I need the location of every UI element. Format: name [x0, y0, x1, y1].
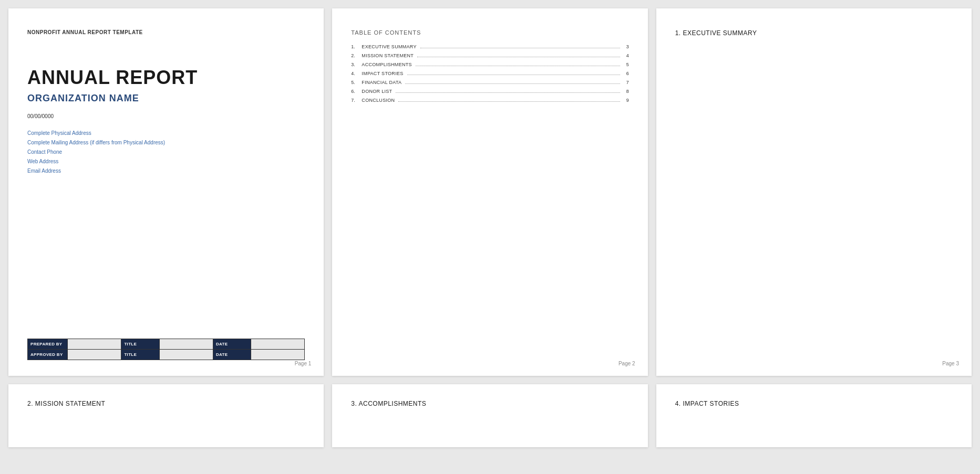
address-line-5: Email Address — [27, 166, 305, 176]
page-2: TABLE OF CONTENTS 1. EXECUTIVE SUMMARY 3… — [332, 8, 647, 376]
date-label-1: DATE — [213, 339, 251, 350]
title-label-1: TITLE — [121, 339, 160, 350]
address-line-4: Web Address — [27, 157, 305, 166]
toc-item-5: 5. FINANCIAL DATA 7 — [351, 80, 628, 86]
page-number-3: Page 3 — [942, 361, 959, 366]
date-label-2: DATE — [213, 350, 251, 360]
address-line-1: Complete Physical Address — [27, 129, 305, 138]
toc-list: 1. EXECUTIVE SUMMARY 3 2. MISSION STATEM… — [351, 44, 628, 107]
toc-item-4: 4. IMPACT STORIES 6 — [351, 71, 628, 77]
page-3: 1. EXECUTIVE SUMMARY Page 3 — [656, 8, 972, 376]
page-5: 3. ACCOMPLISHMENTS — [332, 384, 647, 447]
prepared-by-value — [68, 339, 121, 350]
section-title-4: 2. MISSION STATEMENT — [27, 400, 305, 407]
address-block: Complete Physical Address Complete Maili… — [27, 129, 305, 176]
title-value-2 — [159, 350, 213, 360]
date-value-1 — [251, 339, 305, 350]
toc-title: TABLE OF CONTENTS — [351, 29, 628, 36]
prepared-by-label: PREPARED BY — [28, 339, 68, 350]
section-title-6: 4. IMPACT STORIES — [675, 400, 953, 407]
page-number-2: Page 2 — [618, 361, 635, 366]
date-value-2 — [251, 350, 305, 360]
section-title-5: 3. ACCOMPLISHMENTS — [351, 400, 628, 407]
report-date: 00/00/0000 — [27, 113, 305, 119]
page-1: NONPROFIT ANNUAL REPORT TEMPLATE ANNUAL … — [8, 8, 324, 376]
template-label: NONPROFIT ANNUAL REPORT TEMPLATE — [27, 29, 305, 35]
toc-item-3: 3. ACCOMPLISHMENTS 5 — [351, 62, 628, 68]
page-6: 4. IMPACT STORIES — [656, 384, 972, 447]
approved-by-value — [68, 350, 121, 360]
page-number-1: Page 1 — [295, 361, 312, 366]
title-label-2: TITLE — [121, 350, 160, 360]
toc-item-2: 2. MISSION STATEMENT 4 — [351, 53, 628, 59]
toc-item-6: 6. DONOR LIST 8 — [351, 89, 628, 94]
toc-item-1: 1. EXECUTIVE SUMMARY 3 — [351, 44, 628, 50]
title-value-1 — [159, 339, 213, 350]
approved-by-label: APPROVED BY — [28, 350, 68, 360]
org-name: ORGANIZATION NAME — [27, 93, 305, 104]
annual-report-title: ANNUAL REPORT — [27, 67, 305, 89]
address-line-2: Complete Mailing Address (if differs fro… — [27, 138, 305, 148]
page-4: 2. MISSION STATEMENT — [8, 384, 324, 447]
section-title-3: 1. EXECUTIVE SUMMARY — [675, 29, 953, 37]
signature-table: PREPARED BY TITLE DATE APPROVED BY TITLE… — [27, 339, 305, 360]
address-line-3: Contact Phone — [27, 148, 305, 157]
toc-item-7: 7. CONCLUSION 9 — [351, 98, 628, 103]
